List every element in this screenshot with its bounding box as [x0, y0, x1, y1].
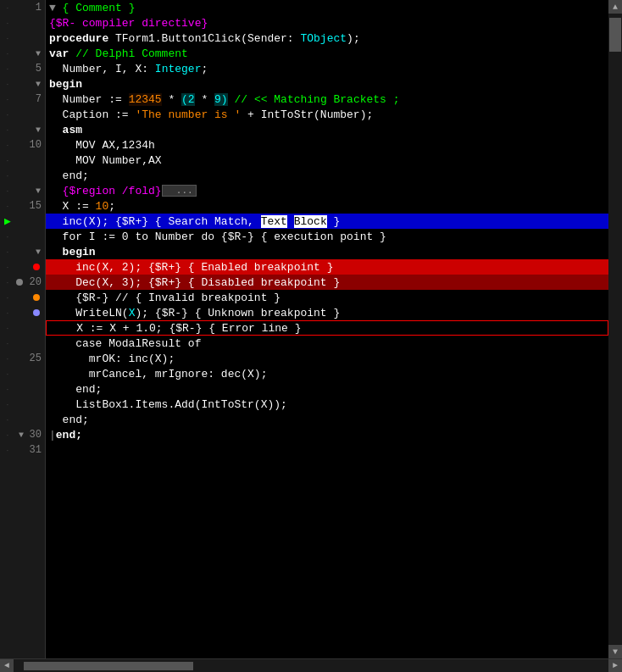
gutter-row [15, 397, 45, 412]
code-line[interactable]: mrCancel, mrIgnore: dec(X); [46, 366, 608, 381]
code-line[interactable] [46, 442, 608, 458]
gutter-row [15, 168, 45, 183]
breakpoint-marker[interactable] [33, 294, 40, 301]
code-line[interactable]: MOV AX,1234h [46, 137, 608, 153]
code-line[interactable]: procedure TForm1.Button1Click(Sender: TO… [46, 31, 608, 46]
fold-icon[interactable]: ▼ [36, 49, 41, 58]
line-number: 7 [25, 93, 42, 105]
code-line[interactable]: ▼ { Comment } [46, 0, 608, 15]
gutter-row [15, 15, 45, 31]
scroll-down-button[interactable]: ▼ [608, 645, 622, 658]
fold-icon[interactable]: ▼ [36, 247, 41, 257]
code-line[interactable]: WriteLN(X); {$R-} { Unknown breakpoint } [46, 305, 608, 320]
code-line[interactable]: Dec(X, 3); {$R+} { Disabled breakpoint } [46, 275, 608, 290]
gutter-row: 10 [15, 137, 45, 153]
line-number: 30 [25, 429, 42, 441]
code-line[interactable]: ListBox1.Items.Add(IntToStr(X)); [46, 397, 608, 412]
left-margin-row: · [0, 168, 15, 183]
left-margin: ··············▶··············· [0, 0, 15, 658]
fold-icon[interactable]: ▼ [19, 430, 24, 440]
code-line[interactable]: case ModalResult of [46, 336, 608, 351]
fold-icon[interactable]: ▼ [36, 186, 41, 196]
scroll-track[interactable] [608, 14, 622, 645]
gutter-row [15, 290, 45, 305]
code-line[interactable]: X := X + 1.0; {$R-} { Error line } [46, 320, 608, 336]
code-lines: ▼ { Comment }{$R- compiler directive}pro… [46, 0, 608, 658]
code-line[interactable]: end; [46, 412, 608, 427]
left-margin-row: · [0, 366, 15, 381]
gutter-row: ▼30 [15, 427, 45, 442]
gutter-row: 5 [15, 61, 45, 76]
left-margin-row: · [0, 442, 15, 458]
code-line[interactable]: for I := 0 to Number do {$R-} { executio… [46, 229, 608, 244]
fold-icon[interactable]: ▼ [36, 80, 41, 89]
left-margin-row: · [0, 198, 15, 214]
gutter-row: ▼ [15, 244, 45, 259]
left-margin-row: · [0, 153, 15, 168]
gutter-row [15, 305, 45, 320]
left-margin-row: · [0, 183, 15, 198]
breakpoint-marker[interactable] [33, 309, 40, 316]
code-line[interactable]: Number, I, X: Integer; [46, 61, 608, 76]
left-margin-row: · [0, 259, 15, 275]
code-line[interactable]: {$R- compiler directive} [46, 15, 608, 31]
gutter-row [15, 366, 45, 381]
code-line[interactable]: Caption := 'The number is ' + IntToStr(N… [46, 107, 608, 122]
breakpoint-marker[interactable] [33, 264, 40, 270]
left-margin-row: · [0, 122, 15, 137]
gutter-row: ▼ [15, 122, 45, 137]
gutter-row: 7 [15, 92, 45, 107]
left-margin-row: · [0, 137, 15, 153]
gutter: 1▼5▼7▼10▼15▼2025▼3031 [15, 0, 46, 658]
editor: ··············▶··············· 1▼5▼7▼10▼… [0, 0, 622, 672]
code-line[interactable]: inc(X, 2); {$R+} { Enabled breakpoint } [46, 259, 608, 275]
gutter-row [15, 107, 45, 122]
code-line[interactable]: asm [46, 122, 608, 137]
code-line[interactable]: begin [46, 244, 608, 259]
code-line[interactable]: {$R-} // { Invalid breakpoint } [46, 290, 608, 305]
code-line[interactable]: |end; [46, 427, 608, 442]
h-scroll-track[interactable] [15, 662, 607, 670]
gutter-row: 1 [15, 0, 45, 15]
gutter-row [15, 229, 45, 244]
left-margin-row: · [0, 320, 15, 336]
scroll-thumb[interactable] [609, 18, 621, 52]
fold-icon[interactable]: ▼ [36, 125, 41, 135]
left-margin-row: · [0, 46, 15, 61]
vertical-scrollbar[interactable]: ▲ ▼ [608, 0, 622, 658]
code-line[interactable]: var // Delphi Comment [46, 46, 608, 61]
code-line[interactable]: begin [46, 76, 608, 92]
scroll-left-button[interactable]: ◄ [0, 659, 14, 673]
left-margin-row: · [0, 290, 15, 305]
code-line[interactable]: Number := 12345 * (2 * 9) // << Matching… [46, 92, 608, 107]
h-scroll-thumb[interactable] [24, 662, 193, 670]
gutter-row: 31 [15, 442, 45, 458]
gutter-row [15, 381, 45, 397]
scroll-right-button[interactable]: ► [608, 659, 622, 673]
line-number: 25 [25, 353, 42, 364]
left-margin-row: · [0, 427, 15, 442]
code-line[interactable]: X := 10; [46, 198, 608, 214]
scroll-up-button[interactable]: ▲ [608, 0, 622, 14]
code-line[interactable]: end; [46, 168, 608, 183]
code-line[interactable]: mrOK: inc(X); [46, 351, 608, 366]
gutter-row [15, 336, 45, 351]
left-margin-row: · [0, 336, 15, 351]
code-line[interactable]: MOV Number,AX [46, 153, 608, 168]
left-margin-row: · [0, 15, 15, 31]
breakpoint-marker[interactable] [16, 279, 23, 286]
line-number: 10 [25, 139, 42, 151]
gutter-row: 20 [15, 275, 45, 290]
code-line[interactable]: {$region /fold} ... [46, 183, 608, 198]
left-margin-row: ▶ [0, 214, 15, 229]
code-line[interactable]: inc(X); {$R+} { Search Match, Text Block… [46, 214, 608, 229]
left-margin-row: · [0, 305, 15, 320]
left-margin-row: · [0, 275, 15, 290]
line-number: 20 [25, 276, 42, 288]
gutter-row: 25 [15, 351, 45, 366]
code-line[interactable]: end; [46, 381, 608, 397]
gutter-row [15, 320, 45, 336]
left-margin-row: · [0, 31, 15, 46]
left-margin-row: · [0, 381, 15, 397]
left-margin-row: · [0, 244, 15, 259]
